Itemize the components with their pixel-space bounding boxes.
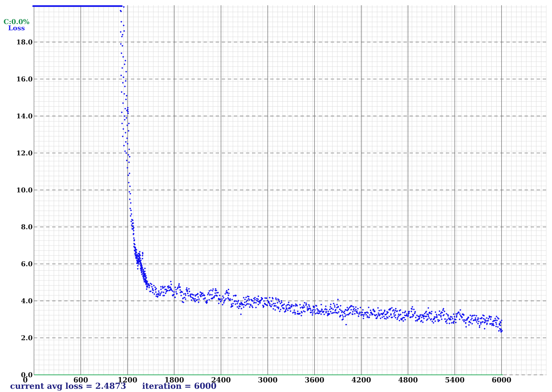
x-tick-label: 3000 <box>249 376 286 384</box>
y-tick-label: 18.0 <box>1 38 33 46</box>
x-tick-label: 3600 <box>296 376 333 384</box>
x-tick-label: 4800 <box>389 376 426 384</box>
y-tick-label: 12.0 <box>1 149 33 157</box>
loss-chart-canvas <box>0 0 552 392</box>
y-tick-label: 16.0 <box>1 75 33 84</box>
loss-series-label: Loss <box>3 25 30 31</box>
status-line: current avg loss = 2.4873 iteration = 60… <box>10 381 217 391</box>
chart-legend: C:0.0% Loss <box>3 19 30 31</box>
training-loss-chart: C:0.0% Loss 18.016.014.012.010.08.06.04.… <box>0 0 552 392</box>
current-avg-loss-text: current avg loss = 2.4873 <box>10 381 126 391</box>
x-tick-label: 6000 <box>483 376 520 384</box>
x-tick-label: 4200 <box>343 376 380 384</box>
x-tick-label: 5400 <box>436 376 473 384</box>
y-tick-label: 2.0 <box>1 334 33 342</box>
y-tick-label: 14.0 <box>1 112 33 120</box>
y-tick-label: 10.0 <box>1 186 33 194</box>
y-tick-label: 4.0 <box>1 296 33 305</box>
y-tick-label: 6.0 <box>1 259 33 268</box>
y-tick-label: 8.0 <box>1 223 33 231</box>
iteration-text: iteration = 6000 <box>142 381 217 391</box>
